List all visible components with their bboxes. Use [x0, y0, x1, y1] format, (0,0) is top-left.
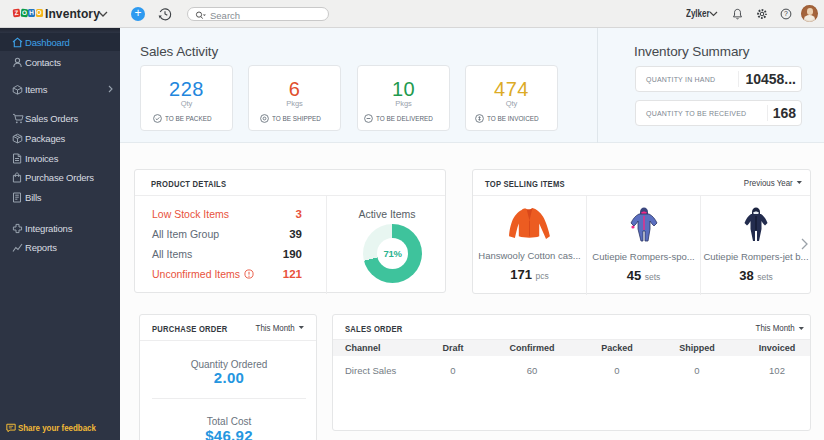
svg-text:?: ?	[784, 10, 788, 17]
